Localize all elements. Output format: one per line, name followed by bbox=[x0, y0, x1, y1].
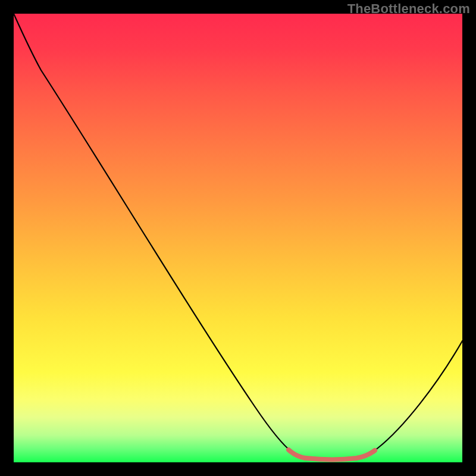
bottleneck-curve bbox=[14, 14, 462, 459]
plot-area bbox=[14, 14, 462, 462]
chart-frame: TheBottleneck.com bbox=[0, 0, 476, 476]
optimal-range-highlight bbox=[289, 450, 375, 459]
curve-layer bbox=[14, 14, 462, 462]
